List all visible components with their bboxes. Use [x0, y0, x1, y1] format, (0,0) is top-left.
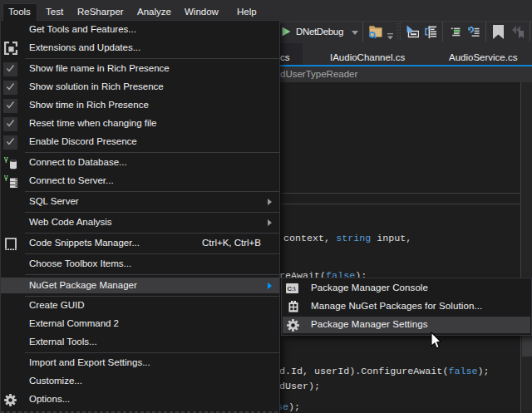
svg-text:C:\: C:\	[288, 285, 297, 293]
